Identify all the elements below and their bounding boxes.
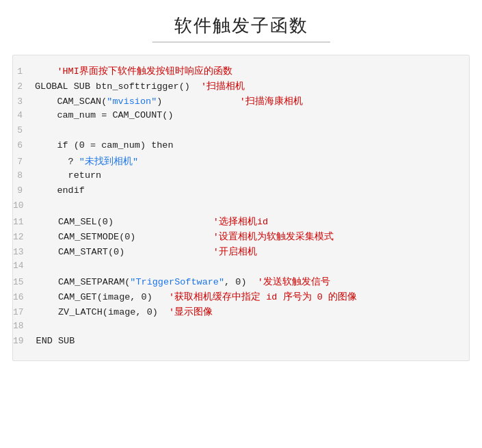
line-content: CAM_SETPARAM("TriggerSoftware", 0) '发送软触… bbox=[36, 276, 458, 288]
line-content: GLOBAL SUB btn_softtrigger() '扫描相机 bbox=[35, 80, 458, 92]
code-token: '显示图像 bbox=[169, 307, 213, 317]
code-token: '选择相机id bbox=[213, 217, 268, 227]
code-line: 19END SUB bbox=[13, 336, 469, 351]
title-section: 软件触发子函数 bbox=[0, 14, 482, 42]
code-line: 14 bbox=[13, 261, 469, 276]
line-number: 8 bbox=[13, 170, 35, 181]
line-number: 5 bbox=[13, 125, 35, 135]
code-token: ? bbox=[35, 157, 79, 167]
code-line: 13 CAM_START(0) '开启相机 bbox=[13, 246, 469, 261]
code-line: 4 cam_num = CAM_COUNT() bbox=[13, 110, 469, 125]
line-number: 6 bbox=[13, 140, 35, 150]
code-token: cam_num = CAM_COUNT() bbox=[35, 110, 174, 120]
code-line: 7 ? "未找到相机" bbox=[13, 155, 469, 170]
code-line: 11 CAM_SEL(0) '选择相机id bbox=[13, 215, 469, 230]
line-content: 'HMI界面按下软件触发按钮时响应的函数 bbox=[35, 65, 458, 77]
line-number: 15 bbox=[13, 277, 36, 287]
code-token: GLOBAL SUB btn_softtrigger() bbox=[35, 81, 201, 92]
code-token: '获取相机缓存中指定 id 序号为 0 的图像 bbox=[169, 292, 357, 302]
code-token: CAM_START(0) bbox=[36, 247, 213, 257]
code-token: if (0 = cam_num) then bbox=[35, 140, 174, 150]
code-token: "TriggerSoftware" bbox=[130, 277, 224, 287]
code-token: END SUB bbox=[36, 336, 75, 346]
code-line: 17 ZV_LATCH(image, 0) '显示图像 bbox=[13, 306, 469, 321]
line-content: CAM_SETMODE(0) '设置相机为软触发采集模式 bbox=[36, 230, 458, 243]
line-number: 12 bbox=[13, 232, 36, 242]
line-content: CAM_SEL(0) '选择相机id bbox=[36, 215, 458, 228]
code-token: CAM_SETMODE(0) bbox=[36, 232, 213, 242]
code-token: , 0) bbox=[224, 277, 258, 287]
line-number: 19 bbox=[13, 336, 36, 346]
code-line: 12 CAM_SETMODE(0) '设置相机为软触发采集模式 bbox=[13, 230, 469, 246]
code-token: CAM_SEL(0) bbox=[36, 217, 213, 227]
line-number: 17 bbox=[13, 307, 36, 317]
code-token: return bbox=[35, 170, 101, 181]
line-number: 3 bbox=[13, 96, 35, 107]
line-number: 14 bbox=[13, 261, 36, 271]
code-line: 3 CAM_SCAN("mvision") '扫描海康相机 bbox=[13, 95, 469, 110]
code-token: 'HMI界面按下软件触发按钮时响应的函数 bbox=[57, 66, 232, 77]
code-line: 8 return bbox=[13, 170, 469, 185]
line-content: return bbox=[35, 170, 458, 181]
line-content: endif bbox=[35, 185, 458, 196]
code-line: 2GLOBAL SUB btn_softtrigger() '扫描相机 bbox=[13, 80, 469, 95]
line-content: CAM_GET(image, 0) '获取相机缓存中指定 id 序号为 0 的图… bbox=[36, 291, 458, 303]
line-number: 11 bbox=[13, 217, 36, 227]
code-token: '扫描相机 bbox=[201, 81, 245, 92]
code-token: ZV_LATCH(image, 0) bbox=[36, 307, 169, 317]
code-line: 15 CAM_SETPARAM("TriggerSoftware", 0) '发… bbox=[13, 276, 469, 291]
code-line: 10 bbox=[13, 200, 469, 215]
code-line: 6 if (0 = cam_num) then bbox=[13, 140, 469, 155]
page-title: 软件触发子函数 bbox=[174, 14, 308, 38]
code-token: ) bbox=[157, 96, 240, 107]
code-token: '发送软触发信号 bbox=[258, 277, 330, 287]
code-token: CAM_GET(image, 0) bbox=[36, 292, 169, 302]
code-line: 5 bbox=[13, 125, 469, 140]
line-number: 4 bbox=[13, 110, 35, 120]
code-token: CAM_SCAN( bbox=[35, 96, 107, 107]
line-content: END SUB bbox=[36, 336, 458, 346]
code-token bbox=[35, 66, 57, 77]
code-token: "未找到相机" bbox=[79, 157, 138, 167]
line-content: cam_num = CAM_COUNT() bbox=[35, 110, 458, 120]
line-content: CAM_SCAN("mvision") '扫描海康相机 bbox=[35, 95, 458, 107]
code-token: '设置相机为软触发采集模式 bbox=[213, 232, 334, 242]
line-number: 9 bbox=[13, 185, 35, 196]
line-content: CAM_START(0) '开启相机 bbox=[36, 246, 458, 258]
line-content: ? "未找到相机" bbox=[35, 155, 458, 168]
page: 软件触发子函数 1 'HMI界面按下软件触发按钮时响应的函数2GLOBAL SU… bbox=[0, 0, 482, 448]
line-number: 16 bbox=[13, 292, 36, 302]
code-line: 18 bbox=[13, 321, 469, 336]
line-number: 13 bbox=[13, 247, 36, 257]
line-content: ZV_LATCH(image, 0) '显示图像 bbox=[36, 306, 458, 318]
code-block: 1 'HMI界面按下软件触发按钮时响应的函数2GLOBAL SUB btn_so… bbox=[12, 55, 470, 361]
line-number: 2 bbox=[13, 81, 35, 92]
title-divider bbox=[152, 42, 330, 42]
code-token: endif bbox=[35, 185, 85, 196]
line-number: 1 bbox=[13, 66, 35, 77]
code-line: 16 CAM_GET(image, 0) '获取相机缓存中指定 id 序号为 0… bbox=[13, 291, 469, 306]
code-token: CAM_SETPARAM( bbox=[36, 277, 131, 287]
code-token: "mvision" bbox=[107, 96, 157, 107]
line-number: 18 bbox=[13, 321, 36, 331]
code-token: '开启相机 bbox=[213, 247, 257, 257]
code-line: 9 endif bbox=[13, 185, 469, 200]
code-line: 1 'HMI界面按下软件触发按钮时响应的函数 bbox=[13, 65, 469, 80]
code-token: '扫描海康相机 bbox=[240, 96, 303, 107]
line-content: if (0 = cam_num) then bbox=[35, 140, 458, 150]
line-number: 10 bbox=[13, 200, 36, 211]
line-number: 7 bbox=[13, 157, 35, 167]
